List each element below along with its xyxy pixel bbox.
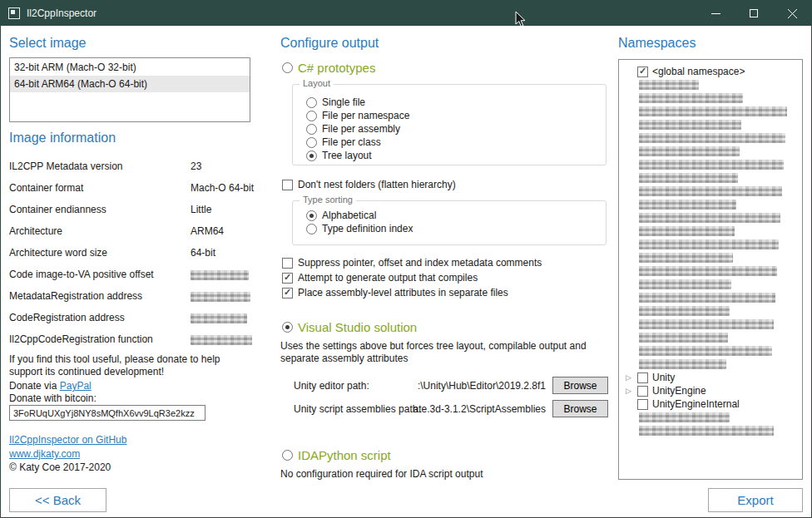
namespace-item-redacted[interactable] [624,78,802,91]
checkbox-icon: ✓ [637,386,648,397]
radio-button-icon [306,111,317,121]
paypal-line: Donate via PayPal [9,380,92,392]
namespace-item-unity[interactable]: ▷ ✓ Unity [624,371,802,384]
website-link[interactable]: www.djkaty.com [9,448,80,460]
info-value-redacted [191,312,252,323]
radio-file-per-assembly[interactable]: File per assembly [306,123,400,135]
namespace-item-redacted[interactable] [624,211,802,224]
radio-alphabetical[interactable]: Alphabetical [306,210,376,221]
checkbox-flatten-hierarchy[interactable]: ✓ Don't nest folders (flatten hierarchy) [282,179,456,190]
radio-label: Tree layout [322,150,372,161]
app-icon [8,7,20,19]
minimize-button[interactable] [696,1,735,26]
namespace-item-redacted[interactable] [624,304,802,318]
checkbox-separate-assembly-attributes[interactable]: ✓ Place assembly-level attributes in sep… [282,287,508,298]
namespace-item-redacted[interactable] [624,238,802,251]
paypal-prefix: Donate via [9,380,60,392]
radio-button-icon [282,62,293,73]
checkbox-suppress-metadata-comments[interactable]: ✓ Suppress pointer, offset and index met… [282,257,542,269]
close-button[interactable] [773,1,811,26]
info-label: Container format [9,182,191,194]
radio-visual-studio-solution[interactable]: Visual Studio solution [282,320,417,334]
info-label: Container endianness [9,204,191,215]
namespace-item-redacted[interactable] [624,185,802,198]
redacted-text [639,266,777,276]
namespace-tree[interactable]: ▷ ✓ <global namespace> ▷ ✓ Unity ▷ ✓ Uni… [618,59,803,480]
namespace-item-redacted[interactable] [624,118,802,131]
browse-unity-editor-button[interactable]: Browse [552,377,608,394]
namespace-item-redacted[interactable] [624,198,802,211]
checkbox-icon: ✓ [282,288,293,298]
info-label: MetadataRegistration address [9,290,191,302]
radio-single-file[interactable]: Single file [306,96,365,108]
namespace-item-redacted[interactable] [624,145,802,158]
radio-label: IDAPython script [298,448,391,462]
radio-button-icon [306,124,317,135]
namespaces-panel: Namespaces ▷ ✓ <global namespace> ▷ ✓ Un… [616,26,805,518]
info-value: Little [191,204,252,215]
radio-button-icon [282,450,293,461]
radio-type-definition-index[interactable]: Type definition index [306,223,413,234]
namespaces-heading: Namespaces [618,36,696,51]
namespace-redacted-group [624,411,802,437]
script-assemblies-path-label: Unity script assemblies path: [294,403,421,415]
namespace-item-redacted[interactable] [624,171,802,185]
namespace-item-redacted[interactable] [624,278,802,291]
info-value-redacted [191,269,252,280]
namespace-item-redacted[interactable] [624,424,802,437]
namespace-item-redacted[interactable] [624,291,802,304]
redacted-text [639,93,743,103]
redacted-text [639,173,738,183]
namespace-item-redacted[interactable] [624,105,802,118]
namespace-item-unityengineinternal[interactable]: ▷ ✓ UnityEngineInternal [624,397,802,411]
namespace-item-redacted[interactable] [624,331,802,344]
namespace-item-redacted[interactable] [624,91,802,105]
namespace-item-redacted[interactable] [624,131,802,145]
expander-icon[interactable]: ▷ [624,384,633,397]
list-item-32bit-arm[interactable]: 32-bit ARM (Mach-O 32-bit) [10,59,250,76]
namespace-item-global[interactable]: ▷ ✓ <global namespace> [624,65,802,78]
checkbox-compilable-output[interactable]: ✓ Attempt to generate output that compil… [282,272,478,284]
namespace-item-redacted[interactable] [624,158,802,171]
radio-label: Single file [322,96,365,108]
radio-file-per-class[interactable]: File per class [306,136,381,148]
bitcoin-address-input[interactable] [9,405,205,421]
namespace-item-redacted[interactable] [624,358,802,371]
radio-button-icon [306,137,317,148]
title-bar: Il2CppInspector [1,1,811,26]
info-label: IL2CPP Metadata version [9,160,191,172]
redacted-text [639,106,787,116]
namespace-item-redacted[interactable] [624,344,802,358]
radio-idapython-script[interactable]: IDAPython script [282,448,391,462]
namespace-item-redacted[interactable] [624,251,802,264]
namespace-item-redacted[interactable] [624,224,802,238]
list-item-64bit-arm64[interactable]: 64-bit ARM64 (Mach-O 64-bit) [10,76,250,92]
github-link[interactable]: Il2CppInspector on GitHub [9,434,126,446]
checkbox-icon: ✓ [282,258,293,269]
paypal-link[interactable]: PayPal [60,380,92,392]
maximize-button[interactable] [735,1,773,26]
info-value: ARM64 [191,225,252,237]
image-listbox[interactable]: 32-bit ARM (Mach-O 32-bit) 64-bit ARM64 … [9,57,250,122]
namespace-item-redacted[interactable] [624,411,802,424]
layout-groupbox: Layout Single file File per namespace Fi… [292,84,607,165]
expander-icon[interactable]: ▷ [624,371,633,384]
window-controls [696,1,811,26]
info-value: 23 [191,160,252,172]
export-button[interactable]: Export [708,488,803,512]
radio-csharp-prototypes[interactable]: C# prototypes [282,61,375,75]
back-button[interactable]: << Back [9,488,106,512]
namespace-item-redacted[interactable] [624,264,802,278]
radio-tree-layout[interactable]: Tree layout [306,150,372,161]
namespace-item-unityengine[interactable]: ▷ ✓ UnityEngine [624,384,802,397]
redacted-text [639,120,741,130]
type-sorting-group-label: Type sorting [300,195,356,205]
redacted-text [639,253,733,263]
redacted-text [639,426,774,436]
redacted-text [639,333,728,343]
browse-script-assemblies-button[interactable]: Browse [552,400,608,417]
namespace-item-redacted[interactable] [624,318,802,331]
redacted-text [639,319,774,329]
checkbox-icon: ✓ [282,180,293,190]
radio-file-per-namespace[interactable]: File per namespace [306,110,409,121]
